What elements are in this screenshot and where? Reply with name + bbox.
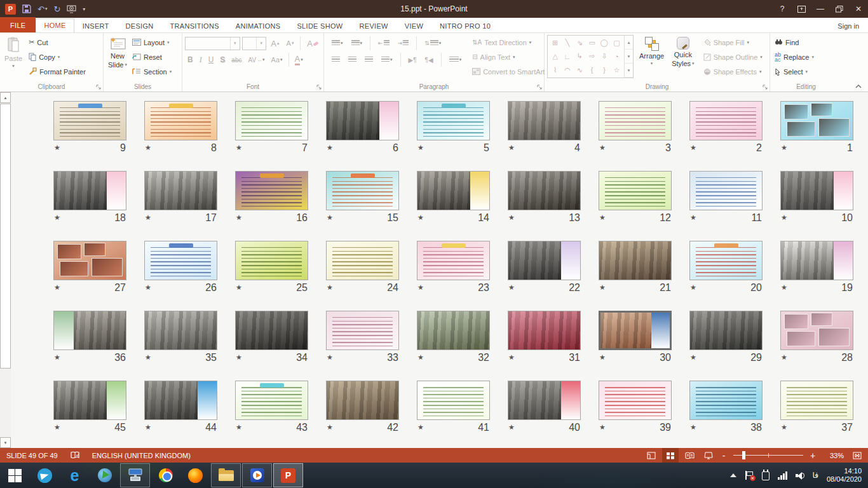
slide-thumbnail[interactable] [417,381,490,420]
tab-insert[interactable]: INSERT [74,19,118,32]
transition-star-icon[interactable]: ★ [599,144,606,152]
taskbar-telegram[interactable] [30,463,60,488]
rtl-direction-button[interactable]: ¶◀ [423,55,436,65]
reading-view-icon[interactable] [681,448,698,463]
slide-thumbnail[interactable] [508,311,581,350]
ltr-direction-button[interactable]: ▶¶ [406,55,419,65]
help-icon[interactable]: ? [773,0,792,18]
layout-button[interactable]: Layout ▾ [130,35,173,50]
zoom-in-button[interactable]: + [808,451,817,461]
paste-button[interactable]: Paste ▾ [3,35,24,81]
justify-button[interactable]: ▾ [379,55,395,64]
show-hidden-icons-icon[interactable] [730,473,736,477]
spellcheck-icon[interactable] [71,451,79,459]
taskbar-powerpoint[interactable]: P [273,463,303,487]
transition-star-icon[interactable]: ★ [145,144,151,152]
slide-thumbnail[interactable] [689,171,763,210]
transition-star-icon[interactable]: ★ [417,144,424,152]
taskbar-download-manager[interactable] [90,463,119,488]
slide-indicator[interactable]: SLIDE 49 OF 49 [6,452,58,459]
slide-thumbnail[interactable] [235,311,308,350]
slide-thumbnail[interactable] [417,101,490,140]
slide-thumbnail[interactable] [508,171,581,210]
shape-right-arrow-icon[interactable]: ⇨ [589,52,595,60]
shapes-gallery[interactable]: ⊞ ╲ ⇘ ▭ ◯ ▢ △ ∟ ↳ ⇨ ⇩ ◔ ⌇ ◠ ∿ { } ☆ ▲ [547,35,634,78]
drawing-dialog-launcher-icon[interactable] [763,85,768,90]
slide-thumbnail[interactable] [235,101,308,140]
slide-thumbnail[interactable] [780,171,853,210]
network-signal-icon[interactable] [778,471,787,480]
transition-star-icon[interactable]: ★ [54,214,60,222]
transition-star-icon[interactable]: ★ [236,144,242,152]
slide-thumbnail[interactable] [599,311,672,350]
shape-effects-button[interactable]: Shape Effects▾ [702,64,764,79]
slide-thumbnail[interactable] [599,241,672,280]
fit-slide-to-window-icon[interactable] [849,448,865,463]
align-right-button[interactable] [362,55,376,64]
slide-thumbnail[interactable] [599,171,672,210]
slide-thumbnail[interactable] [780,241,853,280]
align-text-button[interactable]: ⊟ Align Text▾ [470,50,552,64]
collapse-ribbon-icon[interactable] [855,85,862,88]
paragraph-dialog-launcher-icon[interactable] [537,85,542,90]
shape-textbox-icon[interactable]: ⊞ [552,39,558,47]
slide-thumbnail[interactable] [53,381,126,420]
shape-pie-icon[interactable]: ◔ [614,53,619,60]
transition-star-icon[interactable]: ★ [327,214,333,222]
transition-star-icon[interactable]: ★ [508,283,515,292]
shape-line-icon[interactable]: ╲ [566,39,570,47]
clear-formatting-button[interactable]: A [304,37,321,50]
shapes-scroll-up-icon[interactable]: ▲ [625,36,633,50]
shape-curve-icon[interactable]: ∿ [577,66,583,74]
start-slideshow-button[interactable] [67,5,76,13]
zoom-level[interactable]: 33% [820,452,844,459]
slide-thumbnail[interactable] [417,171,490,210]
transition-star-icon[interactable]: ★ [508,144,515,152]
transition-star-icon[interactable]: ★ [417,283,424,292]
shapes-more-icon[interactable]: ▼ [625,64,633,78]
slide-thumbnail[interactable] [53,241,126,280]
transition-star-icon[interactable]: ★ [599,423,606,431]
new-slide-dropdown-icon[interactable]: ▾ [125,62,127,67]
taskbar-chrome[interactable] [151,463,180,488]
taskbar-keyboard-viewer[interactable] [120,463,150,487]
volume-icon[interactable] [796,471,804,480]
transition-star-icon[interactable]: ★ [599,214,606,222]
slide-thumbnail[interactable] [508,101,581,140]
slide-thumbnail[interactable] [144,241,217,280]
power-plug-icon[interactable] [762,471,770,480]
save-icon[interactable] [22,4,31,13]
font-dialog-launcher-icon[interactable] [316,85,322,90]
shape-triangle-icon[interactable]: △ [552,52,557,60]
slide-thumbnail[interactable] [780,381,853,420]
shape-oval-icon[interactable]: ◯ [600,39,608,47]
scrollbar-thumb[interactable] [0,104,11,369]
taskbar-media-player[interactable] [242,463,272,487]
transition-star-icon[interactable]: ★ [690,353,696,362]
section-button[interactable]: Section ▾ [130,64,173,79]
cut-button[interactable]: ✂ Cut [27,35,88,50]
slide-thumbnail[interactable] [326,381,399,420]
shape-elbow-icon[interactable]: ∟ [564,53,571,60]
slide-thumbnail[interactable] [144,381,217,420]
transition-star-icon[interactable]: ★ [327,283,333,292]
shape-down-arrow-icon[interactable]: ⇩ [601,52,607,60]
line-spacing-button[interactable]: ⇅▾ [422,39,444,48]
copy-dropdown-icon[interactable]: ▾ [58,55,60,60]
italic-button[interactable]: I [197,54,205,66]
transition-star-icon[interactable]: ★ [145,283,151,292]
slide-thumbnail[interactable] [417,311,490,350]
layout-dropdown-icon[interactable]: ▾ [167,40,170,45]
bullets-button[interactable]: ▾ [329,39,346,48]
tab-design[interactable]: DESIGN [118,19,162,32]
powerpoint-app-icon[interactable]: P [5,4,16,15]
format-painter-button[interactable]: Format Painter [27,64,88,79]
language-indicator[interactable]: ENGLISH (UNITED KINGDOM) [92,452,191,459]
zoom-slider-thumb[interactable] [742,451,745,459]
taskbar-clock[interactable]: 14:10 08/04/2020 [827,467,862,484]
text-shadow-button[interactable]: S [217,54,227,65]
transition-star-icon[interactable]: ★ [599,353,606,362]
ribbon-display-options-icon[interactable] [792,0,811,18]
character-spacing-button[interactable]: AV↔▾ [245,55,267,65]
bold-button[interactable]: B [185,54,196,65]
